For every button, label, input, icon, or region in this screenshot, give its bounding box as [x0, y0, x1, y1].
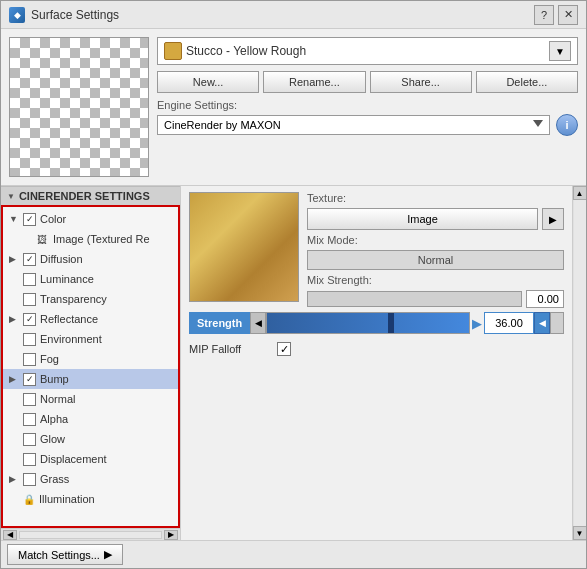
- scroll-up-button[interactable]: ▲: [573, 186, 587, 200]
- texture-file-button[interactable]: ▶: [542, 208, 564, 230]
- right-main: Texture: Image ▶ Mix Mode: Normal Mix St…: [181, 186, 572, 540]
- checkbox-environment[interactable]: [23, 333, 36, 346]
- expand-bump-icon[interactable]: ▶: [9, 374, 19, 384]
- label-color: Color: [40, 213, 66, 225]
- new-button[interactable]: New...: [157, 71, 259, 93]
- label-glow: Glow: [40, 433, 65, 445]
- window-controls: ? ✕: [534, 5, 578, 25]
- label-alpha: Alpha: [40, 413, 68, 425]
- expand-diffusion-icon[interactable]: ▶: [9, 254, 19, 264]
- settings-item-illumination[interactable]: 🔒 Illumination: [3, 489, 178, 509]
- settings-item-displacement[interactable]: Displacement: [3, 449, 178, 469]
- checkbox-transparency[interactable]: [23, 293, 36, 306]
- horizontal-scrollbar: ◀ ▶: [1, 528, 180, 540]
- strength-gt-icon: ▶: [472, 316, 482, 331]
- strength-right-button[interactable]: ◀: [534, 312, 550, 334]
- scroll-down-button[interactable]: ▼: [573, 526, 587, 540]
- scroll-track[interactable]: [19, 531, 162, 539]
- checkbox-alpha[interactable]: [23, 413, 36, 426]
- right-scroll-track[interactable]: [574, 200, 586, 526]
- texture-input-row: Image ▶: [307, 208, 564, 230]
- mip-falloff-checkbox[interactable]: ✓: [277, 342, 291, 356]
- label-normal: Normal: [40, 393, 75, 405]
- checkbox-normal[interactable]: [23, 393, 36, 406]
- settings-item-luminance[interactable]: Luminance: [3, 269, 178, 289]
- collapse-icon[interactable]: ▼: [7, 192, 15, 201]
- engine-info-button[interactable]: i: [556, 114, 578, 136]
- material-preview: [9, 37, 149, 177]
- match-settings-label: Match Settings...: [18, 549, 100, 561]
- delete-button[interactable]: Delete...: [476, 71, 578, 93]
- sub-item-icon: 🖼: [37, 234, 47, 245]
- settings-item-diffusion[interactable]: ▶ ✓ Diffusion: [3, 249, 178, 269]
- mix-mode-display: Normal: [307, 250, 564, 270]
- scroll-left-button[interactable]: ◀: [3, 530, 17, 540]
- expand-reflectance-icon[interactable]: ▶: [9, 314, 19, 324]
- title-bar: ◆ Surface Settings ? ✕: [1, 1, 586, 29]
- match-settings-button[interactable]: Match Settings... ▶: [7, 544, 123, 565]
- engine-select[interactable]: CineRender by MAXON: [157, 115, 550, 135]
- match-settings-arrow-icon: ▶: [104, 548, 112, 561]
- settings-item-fog[interactable]: Fog: [3, 349, 178, 369]
- close-button[interactable]: ✕: [558, 5, 578, 25]
- label-environment: Environment: [40, 333, 102, 345]
- texture-controls: Texture: Image ▶ Mix Mode: Normal Mix St…: [307, 192, 564, 308]
- checkbox-luminance[interactable]: [23, 273, 36, 286]
- expand-color-icon[interactable]: ▼: [9, 214, 19, 224]
- settings-item-reflectance[interactable]: ▶ ✓ Reflectance: [3, 309, 178, 329]
- texture-label: Texture:: [307, 192, 564, 204]
- settings-item-transparency[interactable]: Transparency: [3, 289, 178, 309]
- right-panel: Texture: Image ▶ Mix Mode: Normal Mix St…: [181, 186, 586, 540]
- image-button[interactable]: Image: [307, 208, 538, 230]
- settings-item-normal[interactable]: Normal: [3, 389, 178, 409]
- label-grass: Grass: [40, 473, 69, 485]
- strength-slider[interactable]: [266, 312, 470, 334]
- checkbox-grass[interactable]: [23, 473, 36, 486]
- material-buttons: New... Rename... Share... Delete...: [157, 71, 578, 93]
- label-illumination: Illumination: [39, 493, 95, 505]
- right-vertical-scrollbar: ▲ ▼: [572, 186, 586, 540]
- strength-scroll[interactable]: [550, 312, 564, 334]
- help-button[interactable]: ?: [534, 5, 554, 25]
- texture-preview: [189, 192, 299, 302]
- settings-list: ▼ ✓ Color 🖼 Image (Textured Re ▶ ✓ Diffu…: [1, 207, 180, 528]
- strength-label-button[interactable]: Strength: [189, 312, 250, 334]
- settings-item-glow[interactable]: Glow: [3, 429, 178, 449]
- scroll-right-button[interactable]: ▶: [164, 530, 178, 540]
- settings-item-image-textured[interactable]: 🖼 Image (Textured Re: [3, 229, 178, 249]
- checkbox-glow[interactable]: [23, 433, 36, 446]
- mix-mode-label: Mix Mode:: [307, 234, 564, 246]
- mix-strength-slider[interactable]: [307, 291, 522, 307]
- checkbox-diffusion[interactable]: ✓: [23, 253, 36, 266]
- left-panel: ▼ CINERENDER SETTINGS ▼ ✓ Color 🖼 Image …: [1, 186, 181, 540]
- engine-settings: Engine Settings: CineRender by MAXON i: [157, 99, 578, 136]
- checkbox-reflectance[interactable]: ✓: [23, 313, 36, 326]
- settings-item-grass[interactable]: ▶ Grass: [3, 469, 178, 489]
- settings-item-color[interactable]: ▼ ✓ Color: [3, 209, 178, 229]
- mip-falloff-label: MIP Falloff: [189, 343, 269, 355]
- checkbox-fog[interactable]: [23, 353, 36, 366]
- cinerender-header-label: CINERENDER SETTINGS: [19, 190, 150, 202]
- share-button[interactable]: Share...: [370, 71, 472, 93]
- checkbox-color[interactable]: ✓: [23, 213, 36, 226]
- rename-button[interactable]: Rename...: [263, 71, 365, 93]
- window-title: Surface Settings: [31, 8, 528, 22]
- material-menu-button[interactable]: ▼: [549, 41, 571, 61]
- expand-grass-icon[interactable]: ▶: [9, 474, 19, 484]
- material-name-text: Stucco - Yellow Rough: [186, 44, 545, 58]
- engine-select-row: CineRender by MAXON i: [157, 114, 578, 136]
- bottom-bar: Match Settings... ▶: [1, 540, 586, 568]
- mix-strength-label: Mix Strength:: [307, 274, 564, 286]
- settings-item-alpha[interactable]: Alpha: [3, 409, 178, 429]
- settings-item-environment[interactable]: Environment: [3, 329, 178, 349]
- mix-strength-value[interactable]: 0.00: [526, 290, 564, 308]
- surface-settings-window: ◆ Surface Settings ? ✕ Stucco - Yellow R…: [0, 0, 587, 569]
- checkbox-bump[interactable]: ✓: [23, 373, 36, 386]
- strength-arrow-left[interactable]: ◀: [250, 312, 266, 334]
- strength-thumb: [388, 313, 394, 333]
- label-bump: Bump: [40, 373, 69, 385]
- strength-value-input[interactable]: 36.00: [484, 312, 534, 334]
- mip-falloff-row: MIP Falloff ✓: [181, 338, 572, 360]
- checkbox-displacement[interactable]: [23, 453, 36, 466]
- settings-item-bump[interactable]: ▶ ✓ Bump: [3, 369, 178, 389]
